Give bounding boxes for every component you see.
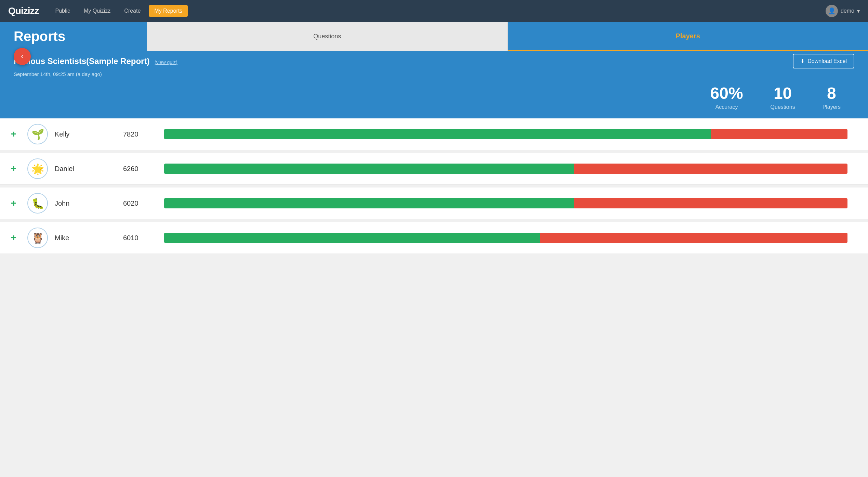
- accuracy-label: Accuracy: [710, 104, 743, 110]
- incorrect-bar: [574, 198, 847, 208]
- incorrect-bar: [711, 129, 847, 139]
- add-player-button[interactable]: +: [0, 198, 27, 209]
- player-avatar: 🌟: [27, 158, 48, 179]
- avatar: 👤: [826, 5, 838, 17]
- download-excel-button[interactable]: ⬇ Download Excel: [793, 54, 854, 68]
- download-icon: ⬇: [800, 58, 805, 64]
- header-section: Reports Questions Players Famous Scienti…: [0, 22, 868, 118]
- view-quiz-link[interactable]: (view quiz): [155, 60, 177, 65]
- tab-bar: Reports Questions Players: [0, 22, 868, 51]
- username: demo: [841, 8, 854, 14]
- header-content: Famous Scientists(Sample Report) (view q…: [0, 51, 868, 77]
- player-name: Daniel: [55, 165, 123, 173]
- players-label: Players: [823, 104, 841, 110]
- quiz-title-row: Famous Scientists(Sample Report) (view q…: [14, 54, 854, 68]
- add-player-button[interactable]: +: [0, 163, 27, 174]
- player-avatar: 🦉: [27, 228, 48, 248]
- stat-players: 8 Players: [823, 84, 841, 110]
- tab-questions[interactable]: Questions: [147, 22, 508, 51]
- player-row: + 🌟 Daniel 6260: [0, 153, 868, 185]
- questions-label: Questions: [771, 104, 795, 110]
- player-score: 6260: [123, 165, 164, 173]
- players-section: + 🌱 Kelly 7820 + 🌟 Daniel 6260 + 🐛 John …: [0, 118, 868, 254]
- player-avatar: 🌱: [27, 124, 48, 144]
- page-title: Reports: [14, 29, 133, 44]
- player-name: Kelly: [55, 130, 123, 138]
- reports-title-block: Reports: [0, 22, 147, 51]
- correct-bar: [164, 233, 540, 243]
- correct-bar: [164, 198, 574, 208]
- player-row: + 🐛 John 6020: [0, 188, 868, 219]
- player-name: Mike: [55, 234, 123, 242]
- player-progress-bar: [164, 198, 847, 208]
- stat-accuracy: 60% Accuracy: [710, 84, 743, 110]
- stats-row: 60% Accuracy 10 Questions 8 Players: [0, 77, 868, 110]
- tab-players[interactable]: Players: [508, 22, 868, 51]
- correct-bar: [164, 164, 574, 174]
- add-player-button[interactable]: +: [0, 129, 27, 140]
- add-player-button[interactable]: +: [0, 232, 27, 243]
- nav-my-quizizz[interactable]: My Quizizz: [78, 5, 116, 17]
- player-score: 6020: [123, 199, 164, 207]
- navbar: Quizizz Public My Quizizz Create My Repo…: [0, 0, 868, 22]
- player-avatar: 🐛: [27, 193, 48, 214]
- correct-bar: [164, 129, 711, 139]
- app-logo: Quizizz: [8, 5, 39, 16]
- quiz-title: Famous Scientists(Sample Report): [14, 56, 149, 66]
- incorrect-bar: [574, 164, 847, 174]
- nav-create[interactable]: Create: [119, 5, 146, 17]
- accuracy-value: 60%: [710, 84, 743, 103]
- player-progress-bar: [164, 164, 847, 174]
- nav-public[interactable]: Public: [50, 5, 76, 17]
- back-button[interactable]: ‹: [14, 48, 31, 65]
- player-row: + 🌱 Kelly 7820: [0, 118, 868, 150]
- incorrect-bar: [540, 233, 847, 243]
- questions-value: 10: [771, 84, 795, 103]
- player-score: 7820: [123, 130, 164, 138]
- chevron-down-icon: ▾: [857, 8, 860, 14]
- players-value: 8: [823, 84, 841, 103]
- chevron-left-icon: ‹: [21, 52, 23, 61]
- player-progress-bar: [164, 233, 847, 243]
- nav-my-reports[interactable]: My Reports: [149, 5, 188, 17]
- user-menu[interactable]: 👤 demo ▾: [826, 5, 860, 17]
- nav-links: Public My Quizizz Create My Reports: [50, 5, 815, 17]
- stat-questions: 10 Questions: [771, 84, 795, 110]
- quiz-title-area: Famous Scientists(Sample Report) (view q…: [14, 56, 177, 66]
- player-progress-bar: [164, 129, 847, 139]
- player-score: 6010: [123, 234, 164, 242]
- quiz-date: September 14th, 09:25 am (a day ago): [14, 71, 854, 77]
- player-row: + 🦉 Mike 6010: [0, 222, 868, 254]
- player-name: John: [55, 199, 123, 207]
